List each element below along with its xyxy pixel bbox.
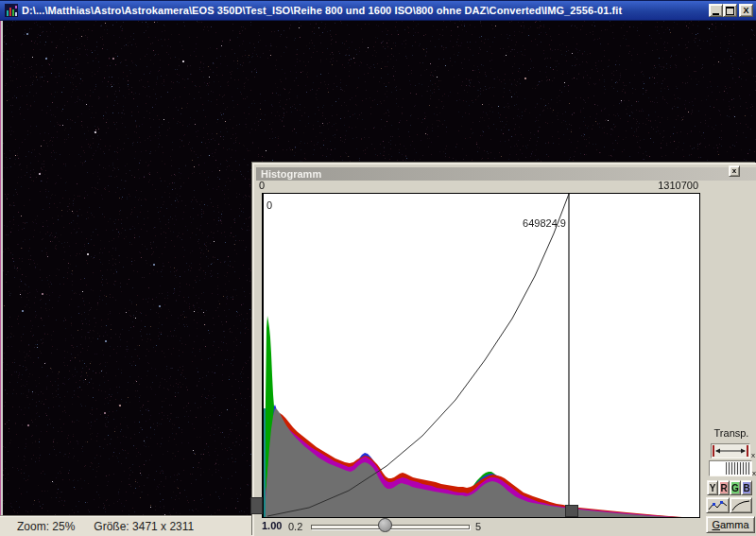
channel-r-label: R xyxy=(720,483,727,493)
window-titlebar[interactable]: D:\...\Matthias\Astro\Astrokamera\EOS 35… xyxy=(0,0,756,21)
gamma-button[interactable]: Gamma xyxy=(706,516,755,533)
dialog-close-button[interactable]: x xyxy=(729,165,740,177)
stripes-x-subscript: x xyxy=(752,469,756,477)
channel-y-label: Y xyxy=(710,483,716,493)
transparency-range-control[interactable] xyxy=(711,443,750,458)
channel-button-b[interactable]: B xyxy=(741,480,752,495)
gamma-slider-thumb[interactable] xyxy=(378,518,392,532)
curve-points-icon xyxy=(708,499,728,511)
range-markers-icon xyxy=(712,444,749,458)
minimize-button[interactable] xyxy=(709,4,723,17)
channel-b-label: B xyxy=(743,483,749,493)
minimize-icon xyxy=(713,13,719,15)
close-button[interactable]: X xyxy=(739,4,753,17)
gamma-slider-max-label: 5 xyxy=(475,521,481,532)
plot-origin-label: 0 xyxy=(266,199,272,211)
channel-button-y[interactable]: Y xyxy=(707,480,718,495)
app-icon xyxy=(5,4,18,17)
statusbar-size: Größe: 3471 x 2311 xyxy=(94,520,194,533)
application-window: D:\...\Matthias\Astro\Astrokamera\EOS 35… xyxy=(0,0,756,536)
channel-button-r[interactable]: R xyxy=(718,480,730,495)
dialog-title: Histogramm xyxy=(261,168,321,180)
series-cyan-edge xyxy=(264,408,266,517)
marker-value-label: 649824.9 xyxy=(490,217,566,229)
channel-button-g[interactable]: G xyxy=(730,480,741,495)
maximize-button[interactable] xyxy=(723,4,737,17)
transparency-label: Transp. xyxy=(709,427,754,439)
smooth-curve-icon xyxy=(731,499,750,511)
statusbar-zoom: Zoom: 25% xyxy=(17,520,75,533)
smooth-curve-mode-button[interactable] xyxy=(730,497,752,513)
dialog-titlebar[interactable]: Histogramm xyxy=(256,167,756,181)
stripes-icon xyxy=(726,462,750,475)
stretch-display-control[interactable] xyxy=(709,460,752,476)
maximize-icon xyxy=(726,7,734,15)
axis-min-label: 0 xyxy=(259,180,265,191)
curve-points-mode-button[interactable] xyxy=(706,497,730,513)
range-x-subscript: x xyxy=(751,451,755,459)
white-point-handle[interactable] xyxy=(565,505,578,517)
axis-max-label: 1310700 xyxy=(658,180,698,191)
gamma-button-label: Gamma xyxy=(712,519,748,530)
histogram-dialog: Histogramm x 0 1310700 0 649824.9 1.00 0… xyxy=(252,163,756,536)
image-left-edge-line xyxy=(1,21,3,515)
histogram-svg xyxy=(264,194,699,517)
gamma-slider-min-label: 0.2 xyxy=(288,521,302,532)
histogram-plot[interactable] xyxy=(262,193,700,518)
black-point-handle[interactable] xyxy=(250,497,263,514)
window-title: D:\...\Matthias\Astro\Astrokamera\EOS 35… xyxy=(22,5,756,16)
dialog-close-icon: x xyxy=(732,167,736,175)
gamma-value: 1.00 xyxy=(262,520,282,531)
close-icon: X xyxy=(743,7,748,15)
channel-g-label: G xyxy=(731,483,739,493)
